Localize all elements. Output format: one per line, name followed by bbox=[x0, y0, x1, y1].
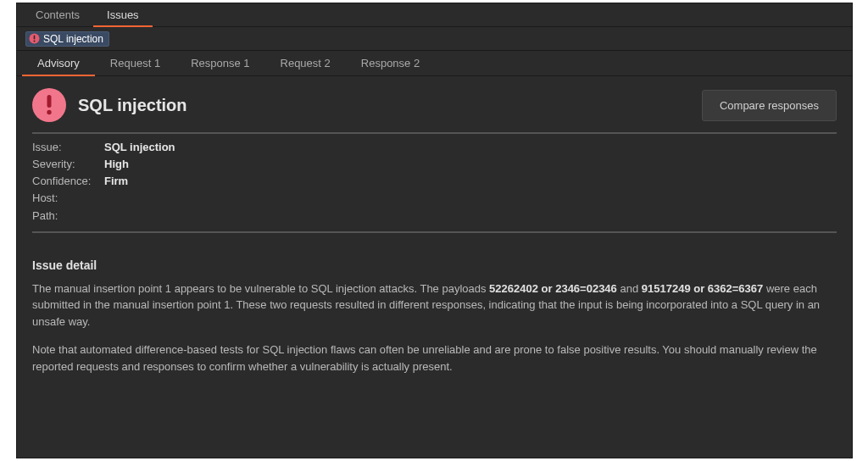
tab-response-1[interactable]: Response 1 bbox=[175, 51, 264, 76]
svg-point-4 bbox=[47, 110, 51, 114]
sub-tabs: Advisory Request 1 Response 1 Request 2 … bbox=[17, 51, 852, 76]
tab-request-1[interactable]: Request 1 bbox=[95, 51, 175, 76]
detail-p1-c: and bbox=[617, 282, 642, 295]
compare-responses-button[interactable]: Compare responses bbox=[702, 90, 837, 121]
tab-contents[interactable]: Contents bbox=[22, 3, 93, 27]
issue-row: SQL injection bbox=[17, 27, 852, 51]
meta-issue-value: SQL injection bbox=[104, 139, 175, 156]
meta-issue-label: Issue: bbox=[32, 139, 104, 156]
meta-host-label: Host: bbox=[32, 190, 104, 207]
tab-request-2[interactable]: Request 2 bbox=[265, 51, 346, 76]
meta-severity-label: Severity: bbox=[32, 156, 104, 173]
meta-severity-value: High bbox=[104, 156, 129, 173]
top-tabs: Contents Issues bbox=[17, 3, 852, 27]
detail-p1-a: The manual insertion point 1 appears to … bbox=[32, 282, 489, 295]
alert-icon bbox=[29, 33, 40, 44]
detail-p2: Note that automated difference-based tes… bbox=[32, 342, 837, 375]
meta-path-label: Path: bbox=[32, 208, 104, 225]
divider bbox=[32, 231, 837, 233]
page-title: SQL injection bbox=[78, 96, 187, 115]
header-row: SQL injection Compare responses bbox=[32, 88, 837, 122]
svg-rect-3 bbox=[47, 95, 52, 108]
svg-point-2 bbox=[34, 41, 36, 42]
svg-rect-1 bbox=[34, 36, 36, 40]
tab-response-2[interactable]: Response 2 bbox=[346, 51, 435, 76]
tab-advisory[interactable]: Advisory bbox=[22, 51, 95, 76]
meta-block: Issue: SQL injection Severity: High Conf… bbox=[32, 139, 837, 225]
issue-detail-text: The manual insertion point 1 appears to … bbox=[32, 280, 837, 375]
tab-issues[interactable]: Issues bbox=[93, 3, 153, 27]
divider bbox=[32, 132, 837, 134]
issue-chip-label: SQL injection bbox=[43, 33, 103, 45]
severity-icon bbox=[32, 88, 66, 122]
detail-payload-1: 52262402 or 2346=02346 bbox=[489, 282, 617, 295]
app-window: Contents Issues SQL injection Advisory R… bbox=[16, 3, 853, 458]
issue-chip[interactable]: SQL injection bbox=[25, 31, 109, 47]
issue-detail-heading: Issue detail bbox=[32, 258, 837, 272]
meta-confidence-label: Confidence: bbox=[32, 173, 104, 190]
content-panel: SQL injection Compare responses Issue: S… bbox=[17, 76, 852, 397]
meta-confidence-value: Firm bbox=[104, 173, 128, 190]
header-left: SQL injection bbox=[32, 88, 187, 122]
detail-payload-2: 91517249 or 6362=6367 bbox=[642, 282, 764, 295]
